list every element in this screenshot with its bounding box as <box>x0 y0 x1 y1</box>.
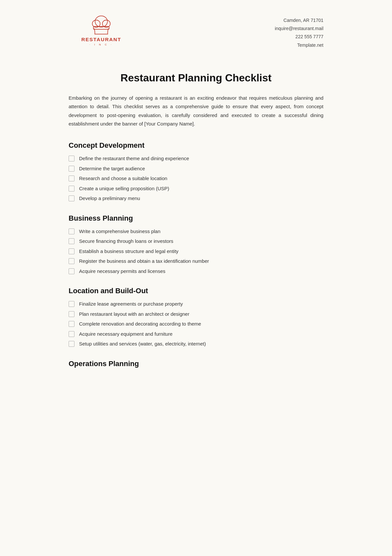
contact-phone: 222 555 7777 <box>275 33 323 41</box>
checklist-item-label: Establish a business structure and legal… <box>79 248 178 255</box>
sections-container: Concept DevelopmentDefine the restaurant… <box>69 141 323 368</box>
checklist-item-label: Acquire necessary permits and licenses <box>79 268 165 275</box>
checkbox-icon[interactable] <box>69 195 74 201</box>
checklist-item-label: Acquire necessary equipment and furnitur… <box>79 330 172 338</box>
svg-point-0 <box>95 16 107 27</box>
section-title-concept-development: Concept Development <box>69 141 323 150</box>
checklist-item-label: Determine the target audience <box>79 165 145 173</box>
list-item: Acquire necessary equipment and furnitur… <box>69 330 323 338</box>
checkbox-icon[interactable] <box>69 166 74 172</box>
section-location-build-out: Location and Build-OutFinalize lease agr… <box>69 287 323 348</box>
checkbox-icon[interactable] <box>69 248 74 254</box>
checklist-item-label: Develop a preliminary menu <box>79 195 140 202</box>
list-item: Create a unique selling proposition (USP… <box>69 185 323 193</box>
list-item: Setup utilities and services (water, gas… <box>69 340 323 348</box>
checklist-concept-development: Define the restaurant theme and dining e… <box>69 155 323 202</box>
contact-info: Camden, AR 71701 inquire@restaurant.mail… <box>275 16 323 49</box>
section-operations-planning: Operations Planning <box>69 360 323 368</box>
checklist-location-build-out: Finalize lease agreements or purchase pr… <box>69 300 323 348</box>
logo-area: RESTAURANT · I N C · <box>69 13 134 52</box>
svg-text:RESTAURANT: RESTAURANT <box>81 37 121 42</box>
section-concept-development: Concept DevelopmentDefine the restaurant… <box>69 141 323 202</box>
checklist-item-label: Create a unique selling proposition (USP… <box>79 185 169 193</box>
checkbox-icon[interactable] <box>69 228 74 234</box>
list-item: Finalize lease agreements or purchase pr… <box>69 300 323 308</box>
contact-email: inquire@restaurant.mail <box>275 25 323 33</box>
checklist-item-label: Register the business and obtain a tax i… <box>79 258 209 265</box>
checklist-item-label: Plan restaurant layout with an architect… <box>79 311 189 318</box>
checklist-item-label: Finalize lease agreements or purchase pr… <box>79 300 183 308</box>
list-item: Define the restaurant theme and dining e… <box>69 155 323 162</box>
checkbox-icon[interactable] <box>69 238 74 244</box>
section-business-planning: Business PlanningWrite a comprehensive b… <box>69 214 323 275</box>
page-header: RESTAURANT · I N C · Camden, AR 71701 in… <box>69 13 323 52</box>
svg-text:· I N C ·: · I N C · <box>90 43 113 46</box>
list-item: Research and choose a suitable location <box>69 175 323 182</box>
restaurant-logo: RESTAURANT · I N C · <box>75 13 127 52</box>
checkbox-icon[interactable] <box>69 156 74 161</box>
checkbox-icon[interactable] <box>69 321 74 327</box>
checklist-item-label: Write a comprehensive business plan <box>79 228 160 235</box>
intro-paragraph: Embarking on the journey of opening a re… <box>69 94 323 128</box>
list-item: Determine the target audience <box>69 165 323 173</box>
checklist-business-planning: Write a comprehensive business planSecur… <box>69 228 323 275</box>
checklist-item-label: Setup utilities and services (water, gas… <box>79 340 206 348</box>
contact-address: Camden, AR 71701 <box>275 16 323 25</box>
checklist-item-label: Define the restaurant theme and dining e… <box>79 155 189 162</box>
list-item: Acquire necessary permits and licenses <box>69 268 323 275</box>
list-item: Register the business and obtain a tax i… <box>69 258 323 265</box>
checklist-item-label: Complete renovation and decorating accor… <box>79 320 201 328</box>
section-title-operations-planning: Operations Planning <box>69 360 323 368</box>
list-item: Complete renovation and decorating accor… <box>69 320 323 328</box>
page-title: Restaurant Planning Checklist <box>69 72 323 84</box>
checkbox-icon[interactable] <box>69 331 74 337</box>
list-item: Establish a business structure and legal… <box>69 248 323 255</box>
checkbox-icon[interactable] <box>69 341 74 347</box>
checkbox-icon[interactable] <box>69 311 74 317</box>
checkbox-icon[interactable] <box>69 176 74 181</box>
section-title-business-planning: Business Planning <box>69 214 323 223</box>
list-item: Secure financing through loans or invest… <box>69 238 323 245</box>
section-title-location-build-out: Location and Build-Out <box>69 287 323 295</box>
list-item: Develop a preliminary menu <box>69 195 323 202</box>
checklist-item-label: Secure financing through loans or invest… <box>79 238 173 245</box>
contact-website: Template.net <box>275 41 323 49</box>
checkbox-icon[interactable] <box>69 258 74 264</box>
list-item: Plan restaurant layout with an architect… <box>69 311 323 318</box>
checklist-item-label: Research and choose a suitable location <box>79 175 167 182</box>
checkbox-icon[interactable] <box>69 301 74 307</box>
list-item: Write a comprehensive business plan <box>69 228 323 235</box>
checkbox-icon[interactable] <box>69 268 74 274</box>
checkbox-icon[interactable] <box>69 186 74 192</box>
